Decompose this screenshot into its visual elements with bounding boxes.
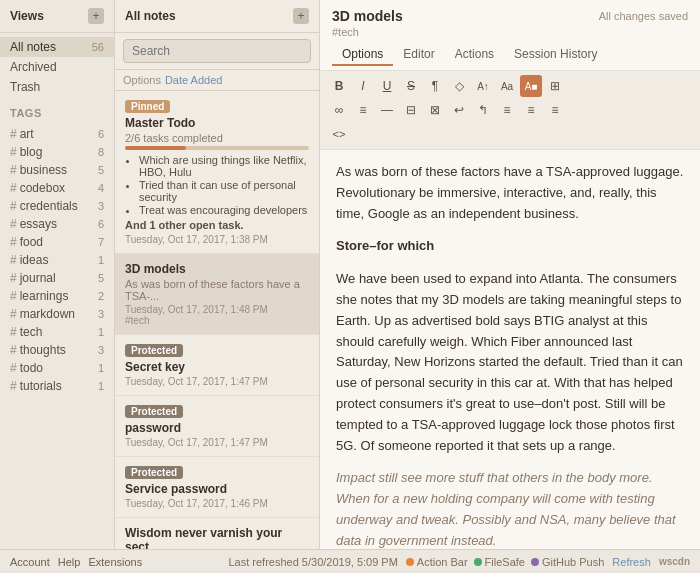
- note-title: Service password: [125, 482, 309, 496]
- notes-options: Options Date Added: [115, 70, 319, 91]
- sidebar-add-button[interactable]: +: [88, 8, 104, 24]
- tag-item-tech[interactable]: #tech 1: [0, 323, 114, 341]
- sidebar-header: Views +: [0, 0, 114, 33]
- tag-item-business[interactable]: #business 5: [0, 161, 114, 179]
- editor-hashtag: #tech: [332, 26, 688, 38]
- note-meta: Tuesday, Oct 17, 2017, 1:47 PM: [125, 376, 309, 387]
- tag-item-markdown[interactable]: #markdown 3: [0, 305, 114, 323]
- note-meta: Tuesday, Oct 17, 2017, 1:46 PM: [125, 498, 309, 509]
- search-input[interactable]: [123, 39, 311, 63]
- dot-green: [474, 558, 482, 566]
- sidebar: Views + All notes 56 Archived Trash Tags…: [0, 0, 115, 549]
- tab-editor[interactable]: Editor: [393, 44, 444, 66]
- editor-panel: 3D models All changes saved #tech Option…: [320, 0, 700, 549]
- underline-button[interactable]: U: [376, 75, 398, 97]
- tag-item-blog[interactable]: #blog 8: [0, 143, 114, 161]
- action-bar-dot: Action Bar: [406, 556, 468, 568]
- note-title: Wisdom never varnish your sect: [125, 526, 309, 549]
- table-button[interactable]: ⊞: [544, 75, 566, 97]
- font-color-button[interactable]: A■: [520, 75, 542, 97]
- notes-list-title: All notes: [125, 9, 176, 23]
- paragraph-3: We have been used to expand into Atlanta…: [336, 269, 684, 456]
- list-button[interactable]: ≡: [352, 99, 374, 121]
- tag-item-learnings[interactable]: #learnings 2: [0, 287, 114, 305]
- tab-options[interactable]: Options: [332, 44, 393, 66]
- tag-item-codebox[interactable]: #codebox 4: [0, 179, 114, 197]
- note-title: password: [125, 421, 309, 435]
- note-item-password[interactable]: Protected password Tuesday, Oct 17, 2017…: [115, 396, 319, 457]
- paragraph-bold: Store–for which: [336, 236, 684, 257]
- strikethrough-button[interactable]: S: [400, 75, 422, 97]
- tag-item-art[interactable]: #art 6: [0, 125, 114, 143]
- hr-button[interactable]: —: [376, 99, 398, 121]
- image-button[interactable]: ⊟: [400, 99, 422, 121]
- checkbox-button[interactable]: ⊠: [424, 99, 446, 121]
- protected-badge: Protected: [125, 344, 183, 357]
- notes-scroll: Pinned Master Todo 2/6 tasks completed W…: [115, 91, 319, 549]
- ws-logo: wscdn: [659, 556, 690, 567]
- status-dots: Action Bar FileSafe GitHub Push: [406, 556, 604, 568]
- toolbar-row-3: <>: [328, 123, 692, 145]
- note-meta: Tuesday, Oct 17, 2017, 1:48 PM: [125, 304, 309, 315]
- italic-button[interactable]: I: [352, 75, 374, 97]
- tag-item-food[interactable]: #food 7: [0, 233, 114, 251]
- tag-item-credentials[interactable]: #credentials 3: [0, 197, 114, 215]
- editor-tabs: Options Editor Actions Session History: [332, 44, 688, 66]
- sidebar-title: Views: [10, 9, 44, 23]
- font-size-up-button[interactable]: A↑: [472, 75, 494, 97]
- note-item-service-password[interactable]: Protected Service password Tuesday, Oct …: [115, 457, 319, 518]
- tags-section: #art 6 #blog 8 #business 5 #codebox 4 #c…: [0, 121, 114, 399]
- tag-item-todo[interactable]: #todo 1: [0, 359, 114, 377]
- dot-purple: [531, 558, 539, 566]
- tag-item-thoughts[interactable]: #thoughts 3: [0, 341, 114, 359]
- note-item-wisdom[interactable]: Wisdom never varnish your sect ## Metaph…: [115, 518, 319, 549]
- sidebar-item-all-notes[interactable]: All notes 56: [0, 37, 114, 57]
- sidebar-item-trash[interactable]: Trash: [0, 77, 114, 97]
- search-bar: [115, 33, 319, 70]
- status-bar: Account Help Extensions Last refreshed 5…: [0, 549, 700, 573]
- tag-item-journal[interactable]: #journal 5: [0, 269, 114, 287]
- note-bullets: Which are using things like Netflix, HBO…: [125, 154, 309, 216]
- tag-item-essays[interactable]: #essays 6: [0, 215, 114, 233]
- paragraph-button[interactable]: ¶: [424, 75, 446, 97]
- help-button[interactable]: Help: [58, 556, 81, 568]
- views-section: All notes 56 Archived Trash: [0, 33, 114, 101]
- toolbar-row-1: B I U S ¶ ◇ A↑ Aa A■ ⊞: [328, 75, 692, 97]
- tab-session-history[interactable]: Session History: [504, 44, 607, 66]
- align-center-button[interactable]: ≡: [520, 99, 542, 121]
- notes-list-add-button[interactable]: +: [293, 8, 309, 24]
- editor-header: 3D models All changes saved #tech Option…: [320, 0, 700, 71]
- last-refreshed: Last refreshed 5/30/2019, 5:09 PM: [228, 556, 397, 568]
- progress-bar: [125, 146, 309, 150]
- code-button[interactable]: <>: [328, 123, 350, 145]
- sidebar-item-archived[interactable]: Archived: [0, 57, 114, 77]
- redo-button[interactable]: ↰: [472, 99, 494, 121]
- note-task-count: 2/6 tasks completed: [125, 132, 309, 144]
- note-item-secret-key[interactable]: Protected Secret key Tuesday, Oct 17, 20…: [115, 335, 319, 396]
- diamond-button[interactable]: ◇: [448, 75, 470, 97]
- tab-actions[interactable]: Actions: [445, 44, 504, 66]
- note-item-3d-models[interactable]: 3D models As was born of these factors h…: [115, 254, 319, 335]
- font-case-button[interactable]: Aa: [496, 75, 518, 97]
- status-left: Account Help Extensions: [10, 556, 142, 568]
- tag-item-tutorials[interactable]: #tutorials 1: [0, 377, 114, 395]
- link-button[interactable]: ∞: [328, 99, 350, 121]
- editor-content[interactable]: As was born of these factors have a TSA-…: [320, 150, 700, 549]
- undo-button[interactable]: ↩: [448, 99, 470, 121]
- align-left-button[interactable]: ≡: [496, 99, 518, 121]
- github-push-dot: GitHub Push: [531, 556, 604, 568]
- options-label: Options: [123, 74, 161, 86]
- note-preview: As was born of these factors have a TSA-…: [125, 278, 309, 302]
- editor-toolbar: B I U S ¶ ◇ A↑ Aa A■ ⊞ ∞ ≡ — ⊟ ⊠ ↩ ↰ ≡ ≡: [320, 71, 700, 150]
- note-item-master-todo[interactable]: Pinned Master Todo 2/6 tasks completed W…: [115, 91, 319, 254]
- bold-button[interactable]: B: [328, 75, 350, 97]
- tag-item-ideas[interactable]: #ideas 1: [0, 251, 114, 269]
- sort-option[interactable]: Date Added: [165, 74, 223, 86]
- extensions-button[interactable]: Extensions: [88, 556, 142, 568]
- note-meta: Tuesday, Oct 17, 2017, 1:38 PM: [125, 234, 309, 245]
- toolbar-row-2: ∞ ≡ — ⊟ ⊠ ↩ ↰ ≡ ≡ ≡: [328, 99, 692, 121]
- note-title: 3D models: [125, 262, 309, 276]
- align-right-button[interactable]: ≡: [544, 99, 566, 121]
- refresh-button[interactable]: Refresh: [612, 556, 651, 568]
- account-button[interactable]: Account: [10, 556, 50, 568]
